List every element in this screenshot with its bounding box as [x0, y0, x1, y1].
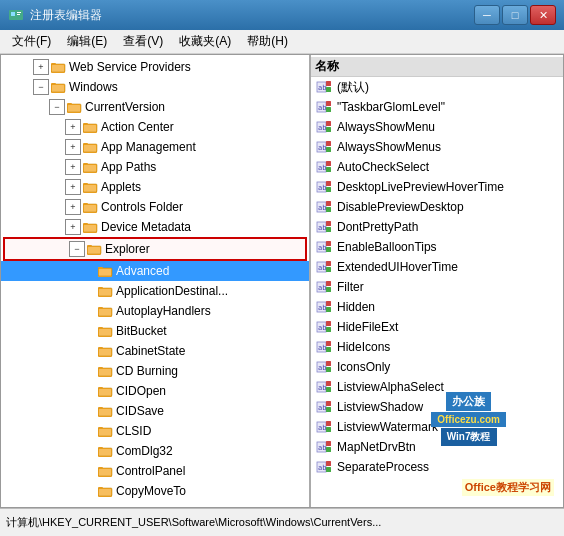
folder-icon — [82, 119, 98, 135]
svg-rect-126 — [326, 241, 331, 246]
tree-node-label: CD Burning — [116, 364, 178, 378]
expand-icon[interactable]: + — [33, 59, 49, 75]
value-row-listviewwatermark[interactable]: ab ListviewWatermark — [311, 417, 563, 437]
expand-icon[interactable]: + — [65, 139, 81, 155]
value-row-mapnetdrvbtn[interactable]: ab MapNetDrvBtn — [311, 437, 563, 457]
expand-icon[interactable]: + — [65, 179, 81, 195]
tree-node-windows[interactable]: − Windows — [1, 77, 309, 97]
svg-rect-151 — [326, 367, 331, 372]
tree-node-controlpanel[interactable]: ControlPanel — [1, 461, 309, 481]
folder-icon — [86, 241, 102, 257]
tree-node-app-management[interactable]: + App Management — [1, 137, 309, 157]
folder-icon — [97, 423, 113, 439]
value-row-alwaysshowmenus[interactable]: ab AlwaysShowMenus — [311, 137, 563, 157]
svg-text:ab: ab — [318, 424, 326, 432]
svg-rect-3 — [17, 14, 20, 15]
tree-node-copymoveto[interactable]: CopyMoveTo — [1, 481, 309, 501]
svg-rect-159 — [326, 407, 331, 412]
svg-rect-22 — [84, 145, 96, 152]
values-header: 名称 — [311, 57, 563, 77]
value-type-icon: ab — [315, 239, 333, 255]
svg-text:ab: ab — [318, 384, 326, 392]
svg-rect-170 — [326, 461, 331, 466]
tree-node-cidsave[interactable]: CIDSave — [1, 401, 309, 421]
value-row-hidefileext[interactable]: ab HideFileExt — [311, 317, 563, 337]
value-row-hidden[interactable]: ab Hidden — [311, 297, 563, 317]
folder-icon — [82, 139, 98, 155]
tree-node-cd-burning[interactable]: CD Burning — [1, 361, 309, 381]
value-row-separateprocess[interactable]: ab SeparateProcess — [311, 457, 563, 477]
expand-icon[interactable]: − — [69, 241, 85, 257]
value-type-icon: ab — [315, 99, 333, 115]
tree-node-app-paths[interactable]: + App Paths — [1, 157, 309, 177]
tree-node-device-metadata[interactable]: + Device Metadata — [1, 217, 309, 237]
value-name-label: Filter — [337, 280, 364, 294]
value-row-listviewshadow[interactable]: ab ListviewShadow — [311, 397, 563, 417]
tree-node-label: Action Center — [101, 120, 174, 134]
menu-item-v[interactable]: 查看(V) — [115, 31, 171, 52]
value-row-desktoplivepreview[interactable]: ab DesktopLivePreviewHoverTime — [311, 177, 563, 197]
tree-node-cidopen[interactable]: CIDOpen — [1, 381, 309, 401]
value-row-filter[interactable]: ab Filter — [311, 277, 563, 297]
value-row-disablepreview[interactable]: ab DisablePreviewDesktop — [311, 197, 563, 217]
menu-item-a[interactable]: 收藏夹(A) — [171, 31, 239, 52]
tree-node-applets[interactable]: + Applets — [1, 177, 309, 197]
explorer-highlighted-group: − Explorer — [3, 237, 307, 261]
menu-bar: 文件(F)编辑(E)查看(V)收藏夹(A)帮助(H) — [0, 30, 564, 54]
value-row-listviewalphaselect[interactable]: ab ListviewAlphaSelect — [311, 377, 563, 397]
tree-node-applicationdestinal[interactable]: ApplicationDestinal... — [1, 281, 309, 301]
value-type-icon: ab — [315, 439, 333, 455]
minimize-button[interactable]: ─ — [474, 5, 500, 25]
tree-node-action-center[interactable]: + Action Center — [1, 117, 309, 137]
expand-icon[interactable]: − — [49, 99, 65, 115]
expand-icon[interactable]: + — [65, 219, 81, 235]
folder-icon — [97, 303, 113, 319]
svg-rect-155 — [326, 387, 331, 392]
tree-node-label: CLSID — [116, 424, 151, 438]
menu-item-h[interactable]: 帮助(H) — [239, 31, 296, 52]
value-row-extendeduihovetime[interactable]: ab ExtendedUIHoverTime — [311, 257, 563, 277]
tree-node-label: CurrentVersion — [85, 100, 165, 114]
expand-icon[interactable]: + — [65, 159, 81, 175]
value-row-hideicons[interactable]: ab HideIcons — [311, 337, 563, 357]
close-button[interactable]: ✕ — [530, 5, 556, 25]
tree-node-web-service[interactable]: + Web Service Providers — [1, 57, 309, 77]
tree-node-cabinetstate[interactable]: CabinetState — [1, 341, 309, 361]
expand-icon[interactable]: + — [65, 119, 81, 135]
svg-rect-94 — [326, 81, 331, 86]
value-row-iconsonly[interactable]: ab IconsOnly — [311, 357, 563, 377]
tree-node-autoplayhandlers[interactable]: AutoplayHandlers — [1, 301, 309, 321]
value-row-autocheckselect[interactable]: ab AutoCheckSelect — [311, 157, 563, 177]
svg-rect-163 — [326, 427, 331, 432]
value-name-label: MapNetDrvBtn — [337, 440, 416, 454]
tree-node-currentversion[interactable]: − CurrentVersion — [1, 97, 309, 117]
tree-node-advanced[interactable]: Advanced — [1, 261, 309, 281]
svg-rect-10 — [52, 85, 64, 92]
tree-node-comdlg32[interactable]: ComDlg32 — [1, 441, 309, 461]
tree-node-label: Windows — [69, 80, 118, 94]
expand-icon[interactable]: + — [65, 199, 81, 215]
maximize-button[interactable]: □ — [502, 5, 528, 25]
value-type-icon: ab — [315, 159, 333, 175]
folder-icon — [50, 59, 66, 75]
menu-item-e[interactable]: 编辑(E) — [59, 31, 115, 52]
tree-node-controls-folder[interactable]: + Controls Folder — [1, 197, 309, 217]
value-row-taskbar[interactable]: ab "TaskbarGlomLevel" — [311, 97, 563, 117]
value-row-default[interactable]: ab (默认) — [311, 77, 563, 97]
expand-icon[interactable]: − — [33, 79, 49, 95]
menu-item-f[interactable]: 文件(F) — [4, 31, 59, 52]
tree-node-explorer[interactable]: − Explorer — [5, 239, 305, 259]
value-row-alwaysshowmenu[interactable]: ab AlwaysShowMenu — [311, 117, 563, 137]
values-pane[interactable]: 名称 ab (默认) ab "TaskbarGlomLevel" ab Alwa… — [311, 55, 563, 507]
tree-node-clsid[interactable]: CLSID — [1, 421, 309, 441]
svg-rect-103 — [326, 127, 331, 132]
tree-node-bitbucket[interactable]: BitBucket — [1, 321, 309, 341]
value-type-icon: ab — [315, 179, 333, 195]
value-row-enableballoontips[interactable]: ab EnableBalloonTips — [311, 237, 563, 257]
value-row-dontprettypath[interactable]: ab DontPrettyPath — [311, 217, 563, 237]
tree-pane[interactable]: + Web Service Providers− Windows− Curren… — [1, 55, 311, 507]
svg-rect-131 — [326, 267, 331, 272]
folder-icon — [97, 483, 113, 499]
tree-node-label: CopyMoveTo — [116, 484, 186, 498]
svg-rect-115 — [326, 187, 331, 192]
